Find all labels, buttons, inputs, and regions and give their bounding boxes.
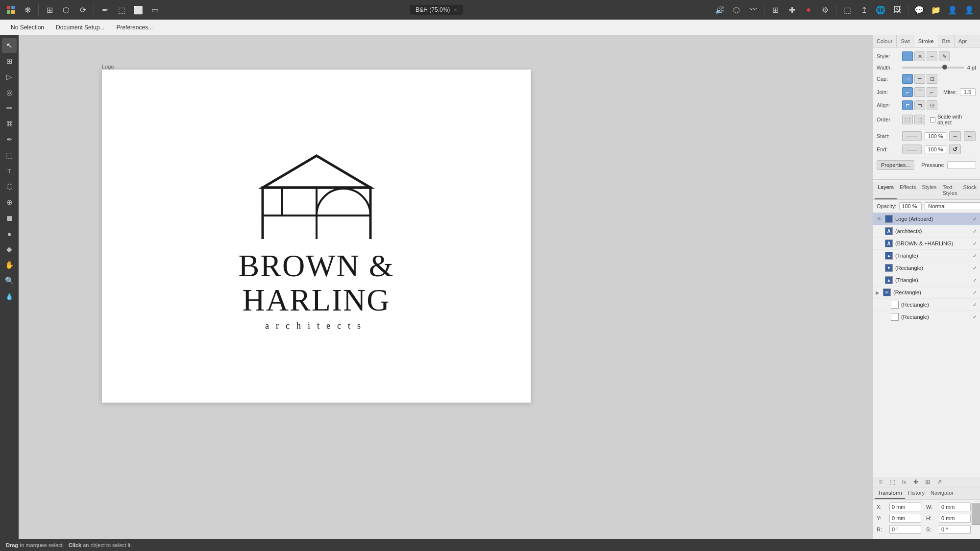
document-setup-btn[interactable]: Document Setup... [51,23,109,32]
chat-icon[interactable]: 💬 [912,3,926,17]
grid2-icon[interactable]: ⊞ [768,3,782,17]
start-line-btn[interactable]: —— [902,131,922,141]
pencil-tool[interactable]: ✏ [2,101,17,116]
layer-vis-3[interactable] [876,252,882,259]
join-miter-btn[interactable]: ⌐ [902,87,913,97]
export-icon[interactable]: ↥ [857,3,871,17]
select-tool[interactable]: ↖ [2,38,17,53]
opacity-mode-input[interactable] [925,202,980,210]
opacity-input[interactable] [899,202,922,210]
plus-bottom-icon[interactable]: ✚ [911,477,921,487]
face-icon[interactable]: 👤 [946,3,959,17]
scale-checkbox-label[interactable]: Scale with object [930,114,976,125]
layers-icon2[interactable]: ⬚ [840,3,854,17]
text-tool[interactable]: T [2,164,17,178]
app-logo-icon[interactable] [4,3,18,17]
rotate-icon[interactable]: ⟳ [76,3,90,17]
align-inside-btn[interactable]: ⊏ [902,100,913,110]
transform-tab[interactable]: Transform [875,487,905,499]
transform-icon[interactable]: ⬡ [59,3,73,17]
end-line-btn[interactable]: —— [902,144,922,154]
grid-icon[interactable]: ⊞ [43,3,56,17]
pen-icon[interactable]: ✒ [98,3,112,17]
hand-tool[interactable]: ✋ [2,258,17,272]
rect-tool[interactable]: ⬚ [2,148,17,163]
folder-icon[interactable]: 📁 [929,3,943,17]
square-tool[interactable]: ◼ [2,211,17,225]
no-selection-btn[interactable]: No Selection [6,23,49,32]
square-icon[interactable]: ⬜ [131,3,145,17]
layer-item-artboard[interactable]: 👁 Logo (Artboard) ✓ [873,213,980,225]
preferences-btn[interactable]: Preferences... [111,23,158,32]
style-none-btn[interactable]: ✕ [914,51,925,61]
slider-thumb[interactable] [942,65,947,70]
scale-checkbox[interactable] [930,117,935,122]
layer-vis-artboard[interactable]: 👁 [876,216,882,222]
browser-icon[interactable]: 🌐 [874,3,887,17]
cap-butt-btn[interactable]: ⊣ [902,74,913,84]
x-input[interactable] [889,503,921,511]
audio-icon[interactable]: 🔊 [713,3,727,17]
brs-tab[interactable]: Brs [938,35,955,47]
mitre-value[interactable]: 1.5 [960,88,976,96]
cap-round-btn[interactable]: ⊢ [914,74,925,84]
red-icon[interactable]: ● [802,3,815,17]
layers-tab[interactable]: Layers [875,182,897,199]
colour-tab[interactable]: Colour [873,35,897,47]
h-input[interactable] [939,514,971,523]
layer-vis-1[interactable] [876,228,882,235]
start-pct[interactable]: 100 % [925,132,946,140]
plus-icon[interactable]: ✚ [785,3,799,17]
layer-vis-5[interactable] [876,277,882,284]
eyedrop-tool[interactable]: 💧 [2,289,17,304]
start-arrow-left[interactable]: ← [964,131,976,141]
y-input[interactable] [889,514,921,523]
layer-expand-icon[interactable]: ▶ [876,290,881,295]
styles-tab[interactable]: Styles [919,182,939,199]
text-styles-tab[interactable]: Text Styles [939,182,960,199]
apr-tab[interactable]: Apr [955,35,971,47]
end-pct[interactable]: 100 % [925,145,946,153]
w-input[interactable] [939,503,971,511]
play-tool[interactable]: ▷ [2,70,17,84]
style-dash-btn[interactable]: ╌ [927,51,937,61]
layer-item-rect3[interactable]: (Rectangle) ✓ [873,311,980,323]
photo-icon[interactable]: 🖼 [890,3,904,17]
layer-item-tri1[interactable]: ▲ (Triangle) ✓ [873,250,980,262]
artboard-bottom-icon[interactable]: ⬚ [887,477,897,487]
style-edit-btn[interactable]: ✎ [939,51,950,61]
layer-vis-8[interactable] [882,313,888,320]
grid-bottom-icon[interactable]: ⊞ [923,477,932,487]
layer-vis-4[interactable] [876,264,882,271]
layer-item-brown[interactable]: A (BROWN & +HARLING) ✓ [873,238,980,250]
align-center-btn[interactable]: ⊐ [914,100,925,110]
stock-tab[interactable]: Stock [960,182,980,199]
align-outside-btn[interactable]: ⊡ [927,100,937,110]
cap-square-btn[interactable]: ⊡ [927,74,937,84]
layer-vis-7[interactable] [882,301,888,308]
rect-icon[interactable]: ⬚ [115,3,128,17]
layer-item-rect2[interactable]: (Rectangle) ✓ [873,299,980,311]
layer-item-tri2[interactable]: ▲ (Triangle) ✓ [873,274,980,287]
pressure-bar[interactable] [947,161,976,169]
canvas-area[interactable]: Logo [19,35,872,539]
layer-vis-2[interactable] [876,240,882,247]
swt-tab[interactable]: Swt [897,35,914,47]
spiral-tool[interactable]: ⊕ [2,195,17,210]
effects-tab[interactable]: Effects [897,182,919,199]
layers-bottom-icon[interactable]: ≡ [876,477,885,487]
properties-btn[interactable]: Properties... [877,160,914,170]
order-back-btn[interactable]: ⬚ [914,115,925,124]
document-close-icon[interactable]: × [454,7,457,13]
join-bevel-btn[interactable]: ⌐ [927,87,937,97]
hex-tool[interactable]: ⬡ [2,179,17,194]
settings-icon[interactable]: ⚙ [818,3,832,17]
rect2-icon[interactable]: ▭ [148,3,162,17]
stroke-tab[interactable]: Stroke [914,35,938,47]
node-icon[interactable]: ⬡ [730,3,743,17]
ellipse-tool[interactable]: ● [2,226,17,241]
person-icon[interactable]: 👤 [962,3,976,17]
join-round-btn[interactable]: ⌒ [914,87,925,97]
wave-icon[interactable]: 〰 [746,3,760,17]
fx-icon[interactable]: fx [899,477,909,487]
